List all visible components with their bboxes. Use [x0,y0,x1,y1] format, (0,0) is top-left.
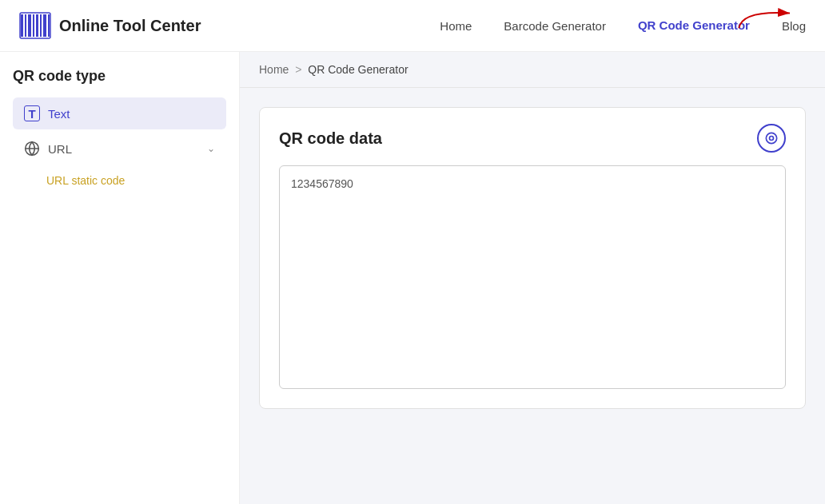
breadcrumb: Home > QR Code Generator [240,52,825,88]
content-area: Home > QR Code Generator QR code data [240,52,825,504]
qr-code-icon-button[interactable] [757,124,786,153]
svg-point-12 [770,137,774,141]
svg-point-11 [766,133,776,143]
svg-rect-0 [21,14,23,37]
svg-rect-2 [28,14,31,37]
qr-data-textarea[interactable] [279,165,786,389]
sidebar-item-url-label: URL [48,142,72,156]
main-nav: Home Barcode Generator QR Code Generator… [440,18,806,33]
nav-qrcode[interactable]: QR Code Generator [638,18,750,32]
chevron-down-icon: ⌄ [207,143,215,154]
svg-rect-1 [25,14,26,37]
sidebar-item-text-label: Text [48,107,70,121]
sidebar-item-url[interactable]: URL ⌄ [13,133,226,165]
svg-rect-5 [40,14,42,37]
header: Online Tool Center Home Barcode Generato… [0,0,825,52]
svg-rect-7 [48,14,50,37]
breadcrumb-home[interactable]: Home [259,63,289,76]
nav-barcode[interactable]: Barcode Generator [504,19,606,33]
breadcrumb-separator: > [295,63,301,76]
qr-card: QR code data [259,107,806,409]
svg-rect-3 [33,14,34,37]
nav-qrcode-container: QR Code Generator [638,18,750,33]
svg-rect-6 [43,14,46,37]
sidebar: QR code type T Text URL ⌄ URL static cod… [0,52,240,504]
nav-blog[interactable]: Blog [782,19,806,33]
breadcrumb-current: QR Code Generator [308,63,408,76]
logo-icon [19,10,51,42]
text-type-icon: T [24,105,40,121]
logo-area: Online Tool Center [19,10,201,42]
logo-title: Online Tool Center [59,17,201,35]
svg-rect-4 [36,14,38,37]
globe-icon [24,141,40,157]
main-layout: QR code type T Text URL ⌄ URL static cod… [0,52,825,504]
nav-home[interactable]: Home [440,19,472,33]
content-inner: QR code data [240,88,825,428]
url-static-code-link[interactable]: URL static code [13,168,226,193]
qr-card-title: QR code data [279,129,382,148]
qr-card-header: QR code data [279,124,786,153]
qr-ring-icon [763,130,779,146]
sidebar-title: QR code type [13,68,226,85]
sidebar-item-text[interactable]: T Text [13,97,226,129]
